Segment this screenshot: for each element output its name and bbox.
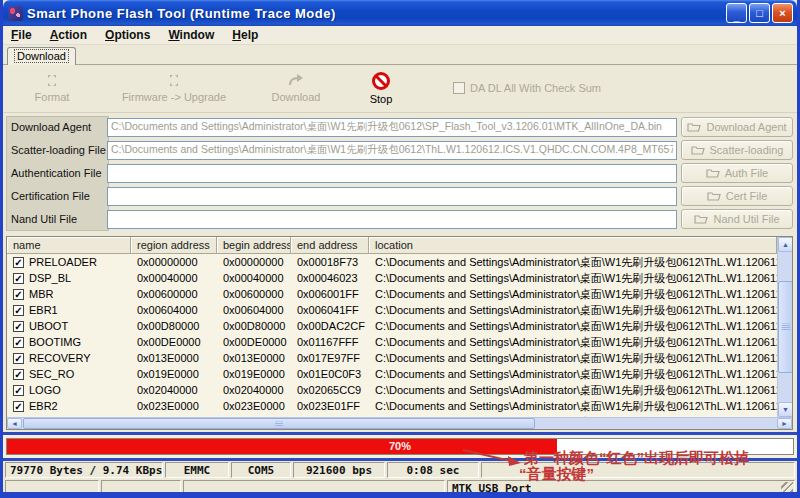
table-row[interactable]: ✓DSP_BL 0x00040000 0x00040000 0x00046023… xyxy=(7,270,777,286)
row-checkbox-checked[interactable]: ✓ xyxy=(13,289,24,300)
download-agent-input[interactable] xyxy=(107,118,677,137)
scroll-left-icon[interactable]: ◄ xyxy=(7,418,22,429)
begin-address: 0x00604000 xyxy=(217,304,291,316)
download-agent-browse-button[interactable]: Download Agent xyxy=(681,117,793,137)
begin-address: 0x02040000 xyxy=(217,384,291,396)
partition-name: SEC_RO xyxy=(29,368,74,380)
location: C:\Documents and Settings\Administrator\… xyxy=(369,303,777,318)
begin-address: 0x023E0000 xyxy=(217,400,291,412)
status-spare xyxy=(481,462,795,478)
table-row[interactable]: ✓SEC_RO 0x019E0000 0x019E0000 0x01E0C0F3… xyxy=(7,366,777,382)
da-dl-checksum-checkbox[interactable] xyxy=(453,82,465,94)
end-address: 0x006041FF xyxy=(291,304,369,316)
download-button[interactable]: Download xyxy=(253,71,339,105)
header-region-address[interactable]: region address xyxy=(131,237,217,254)
end-address: 0x023E01FF xyxy=(291,400,369,412)
horizontal-scrollbar[interactable]: ◄ ► xyxy=(7,417,792,429)
row-checkbox-checked[interactable]: ✓ xyxy=(13,369,24,380)
begin-address: 0x00600000 xyxy=(217,288,291,300)
header-end-address[interactable]: end address xyxy=(291,237,369,254)
location: C:\Documents and Settings\Administrator\… xyxy=(369,319,777,334)
menu-file[interactable]: File xyxy=(11,28,32,42)
scatter-file-input[interactable] xyxy=(107,141,677,160)
table-row[interactable]: ✓MBR 0x00600000 0x00600000 0x006001FF C:… xyxy=(7,286,777,302)
horizontal-scroll-thumb[interactable] xyxy=(23,418,535,429)
tab-download[interactable]: Download xyxy=(7,47,76,65)
app-window: Smart Phone Flash Tool (Runtime Trace Mo… xyxy=(0,0,800,498)
menu-options[interactable]: Options xyxy=(105,28,150,42)
menu-window[interactable]: Window xyxy=(168,28,214,42)
titlebar: Smart Phone Flash Tool (Runtime Trace Mo… xyxy=(3,0,797,26)
minimize-button[interactable]: _ xyxy=(726,3,747,23)
auth-file-input[interactable] xyxy=(107,164,677,183)
row-checkbox-checked[interactable]: ✓ xyxy=(13,401,24,412)
cert-file-input[interactable] xyxy=(107,187,677,206)
nand-util-row: Nand Util File Nand Util File xyxy=(6,208,793,230)
location: C:\Documents and Settings\Administrator\… xyxy=(369,383,777,398)
scroll-right-icon[interactable]: ► xyxy=(777,418,792,429)
begin-address: 0x00D80000 xyxy=(217,320,291,332)
menu-help[interactable]: Help xyxy=(232,28,258,42)
table-row[interactable]: ✓UBOOT 0x00D80000 0x00D80000 0x00DAC2CF … xyxy=(7,318,777,334)
status-elapsed-time: 0:08 sec xyxy=(387,462,479,478)
scatter-file-browse-button[interactable]: Scatter-loading xyxy=(681,140,793,160)
partition-name: MBR xyxy=(29,288,53,300)
region-address: 0x019E0000 xyxy=(131,368,217,380)
scroll-down-icon[interactable]: ▼ xyxy=(778,402,792,417)
location: C:\Documents and Settings\Administrator\… xyxy=(369,367,777,382)
auth-file-browse-button[interactable]: Auth File xyxy=(681,163,793,183)
maximize-button[interactable]: □ xyxy=(749,3,770,23)
status-speed: 79770 Bytes / 9.74 KBps xyxy=(5,462,163,478)
window-title: Smart Phone Flash Tool (Runtime Trace Mo… xyxy=(27,6,726,21)
resize-grip[interactable] xyxy=(781,482,793,494)
stop-button[interactable]: Stop xyxy=(343,69,419,107)
format-button[interactable]: Format xyxy=(9,71,95,105)
progress-bar: 70% xyxy=(6,438,794,455)
scroll-up-icon[interactable]: ▲ xyxy=(778,237,792,252)
end-address: 0x00DAC2CF xyxy=(291,320,369,332)
row-checkbox-checked[interactable]: ✓ xyxy=(13,385,24,396)
row-checkbox-checked[interactable]: ✓ xyxy=(13,353,24,364)
table-row[interactable]: ✓LOGO 0x02040000 0x02040000 0x02065CC9 C… xyxy=(7,382,777,398)
table-row[interactable]: ✓EBR1 0x00604000 0x00604000 0x006041FF C… xyxy=(7,302,777,318)
status-storage: EMMC xyxy=(165,462,229,478)
progress-percent: 70% xyxy=(7,440,793,452)
nand-util-input[interactable] xyxy=(107,210,677,229)
table-row[interactable]: ✓PRELOADER 0x00000000 0x00000000 0x00018… xyxy=(7,254,777,270)
status-panel-1 xyxy=(5,480,99,496)
row-checkbox-checked[interactable]: ✓ xyxy=(13,305,24,316)
status-com-port: COM5 xyxy=(231,462,291,478)
firmware-upgrade-button[interactable]: Firmware -> Upgrade xyxy=(99,71,249,105)
folder-icon xyxy=(706,168,720,178)
header-name[interactable]: name xyxy=(7,237,131,254)
folder-icon xyxy=(691,145,705,155)
table-row[interactable]: ✓RECOVERY 0x013E0000 0x013E0000 0x017E97… xyxy=(7,350,777,366)
location: C:\Documents and Settings\Administrator\… xyxy=(369,335,777,350)
row-checkbox-checked[interactable]: ✓ xyxy=(13,321,24,332)
begin-address: 0x019E0000 xyxy=(217,368,291,380)
header-begin-address[interactable]: begin address xyxy=(217,237,291,254)
row-checkbox-checked[interactable]: ✓ xyxy=(13,273,24,284)
partition-name: LOGO xyxy=(29,384,61,396)
location: C:\Documents and Settings\Administrator\… xyxy=(369,255,777,270)
region-address: 0x00600000 xyxy=(131,288,217,300)
tab-strip: Download xyxy=(3,45,797,65)
da-dl-checksum-label: DA DL All With Check Sum xyxy=(470,82,601,94)
header-location[interactable]: location xyxy=(369,237,777,254)
cert-file-browse-button[interactable]: Cert File xyxy=(681,186,793,206)
status-baud-rate: 921600 bps xyxy=(293,462,385,478)
nand-util-browse-button[interactable]: Nand Util File xyxy=(681,209,793,229)
close-button[interactable]: × xyxy=(772,3,793,23)
auth-file-label: Authentication File xyxy=(6,167,107,179)
table-row[interactable]: ✓BOOTIMG 0x00DE0000 0x00DE0000 0x01167FF… xyxy=(7,334,777,350)
toolbar: Format Firmware -> Upgrade Download Stop… xyxy=(3,65,797,113)
menu-action[interactable]: Action xyxy=(50,28,87,42)
row-checkbox-checked[interactable]: ✓ xyxy=(13,257,24,268)
table-row[interactable]: ✓EBR2 0x023E0000 0x023E0000 0x023E01FF C… xyxy=(7,398,777,414)
row-checkbox-checked[interactable]: ✓ xyxy=(13,337,24,348)
region-address: 0x02040000 xyxy=(131,384,217,396)
end-address: 0x017E97FF xyxy=(291,352,369,364)
vertical-scrollbar[interactable]: ▲ ▼ xyxy=(777,237,792,417)
region-address: 0x00DE0000 xyxy=(131,336,217,348)
vertical-scroll-thumb[interactable] xyxy=(778,281,792,373)
